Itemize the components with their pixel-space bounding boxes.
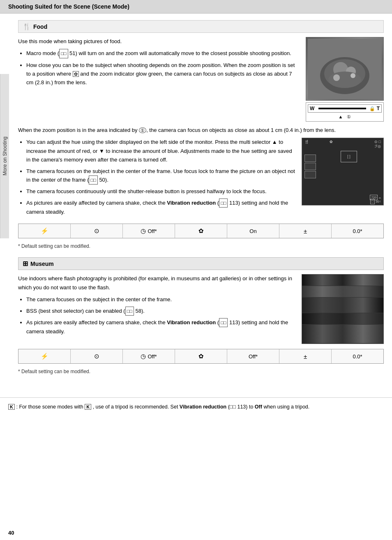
food-bullet-2: How close you can be to the subject when… (26, 61, 299, 87)
food-footnote: * Default setting can be modified. (18, 243, 384, 249)
zoom-bar-inner (318, 108, 366, 109)
camera-screen-food: 🍴 ✿ ⊙ □ ℱ◎ [ ] (302, 138, 384, 205)
food-exp-cell-icon: ± (279, 224, 332, 238)
bottom-note-vr-text: Vibration reduction (180, 404, 226, 410)
sidebar-label-text: More on Shooting (2, 137, 8, 176)
exp-icon: ± (304, 228, 307, 235)
zoom-lock-icon: 🔒 (369, 106, 375, 111)
macro-icon: ✿ (198, 227, 204, 235)
museum-text: Use indoors where flash photography is p… (18, 274, 295, 344)
food-flash-cell: ⚡ (18, 224, 71, 238)
cam-ui-left (304, 155, 316, 178)
timer-icon: ⊙ (94, 227, 99, 235)
food-title: Food (33, 23, 47, 30)
food-image-area: W 🔒 T ▲ ① (306, 37, 384, 122)
page-number: 40 (8, 530, 14, 536)
food-zoom-text: When the zoom position is in the area in… (18, 126, 384, 134)
museum-bar-3 (302, 298, 383, 313)
cam-focus-box: [ ] (341, 151, 357, 162)
museum-clock-icon: ◷ (141, 353, 146, 360)
bottom-note-text-1: : For those scene modes with (16, 404, 85, 410)
cam-icon-s: ℱ◎ (375, 144, 381, 148)
museum-macro-value: Off* (249, 353, 258, 360)
zoom-arrow-up: ▲ (339, 114, 343, 120)
food-photo (306, 37, 384, 101)
cam-ui-top: 🍴 ✿ ⊙ □ ℱ◎ (302, 138, 383, 149)
cam-m-label: ₘ (379, 196, 381, 199)
cam-icon-circle: ⊙ □ (374, 140, 381, 144)
zoom-bar: W 🔒 T (308, 104, 382, 113)
food-bullet-1: Macro mode (□□ 51) will turn on and the … (26, 49, 299, 58)
museum-bullet-2: BSS (best shot selector) can be enabled … (26, 307, 295, 316)
food-bullet-3: You can adjust the hue using the slider … (26, 138, 295, 164)
museum-bullet-list: The camera focuses on the subject in the… (26, 295, 295, 336)
food-bullet-list-2: You can adjust the hue using the slider … (26, 138, 295, 216)
food-text: Use this mode when taking pictures of fo… (18, 37, 299, 122)
bottom-note-icon-box: K (8, 404, 15, 410)
museum-bar-4 (302, 313, 383, 325)
bottom-note-off-text: Off (255, 404, 262, 410)
museum-title: Museum (30, 261, 54, 267)
ref-box-4: □□ (125, 307, 134, 316)
museum-macro-cell-icon: ✿ (175, 349, 227, 363)
museum-timer-cell-value: ◷ Off* (123, 349, 175, 363)
cam-shots-num: 30↑ (376, 200, 381, 203)
museum-timer-value: Off* (148, 353, 157, 360)
museum-settings-row: ⚡ ⊙ ◷ Off* ✿ Off* ± 0.0* (18, 349, 384, 364)
museum-flash-cell: ⚡ (18, 349, 71, 363)
food-section: 🍴 Food Use this mode when taking picture… (18, 20, 384, 249)
food-timer-value: Off* (148, 228, 157, 234)
museum-macro-cell-value: Off* (227, 349, 279, 363)
vibration-reduction-text-1: Vibration reduction (167, 200, 216, 206)
museum-timer-icon: ⊙ (94, 353, 99, 360)
museum-exp-icon: ± (304, 353, 307, 360)
museum-footnote: * Default setting can be modified. (18, 369, 384, 374)
cam-focus-brackets: [ ] (347, 155, 350, 159)
museum-bullet-3: As pictures are easily affected by camer… (26, 318, 295, 336)
food-bullet-6: As pictures are easily affected by camer… (26, 198, 295, 217)
food-bullet-5: The camera focuses continuously until th… (26, 187, 295, 196)
food-icon: 🍴 (23, 23, 31, 30)
museum-bar-2 (302, 286, 383, 298)
bottom-note: K : For those scene modes with K , use o… (0, 397, 392, 416)
cam-icon-food: 🍴 (304, 140, 309, 148)
zoom-t-label: T (377, 106, 380, 111)
food-timer-cell-icon: ⊙ (71, 224, 123, 238)
cam-left-box-1 (304, 155, 316, 162)
zoom-w-label: W (310, 106, 314, 111)
flower-icon: ✿ (73, 71, 79, 77)
museum-bar-5 (302, 325, 383, 344)
cam-left-box-2 (304, 163, 316, 170)
food-exp-cell-value: 0.0* (332, 224, 383, 238)
museum-intro: Use indoors where flash photography is p… (18, 274, 295, 292)
museum-icon: ⊞ (23, 260, 28, 268)
food-bottom-area: You can adjust the hue using the slider … (18, 138, 384, 219)
ref-box-5: □□ (219, 318, 228, 327)
museum-exp-cell-icon: ± (279, 349, 332, 363)
svg-point-7 (350, 73, 355, 78)
museum-bar-1 (302, 275, 383, 286)
ref-box-3: □□ (219, 198, 228, 208)
food-macro-cell-value: On (227, 224, 279, 238)
museum-exp-cell-value: 0.0* (332, 349, 383, 363)
food-svg (308, 39, 382, 99)
food-bullet-4: The camera focuses on the subject in the… (26, 167, 295, 185)
cam-icon-flower: ✿ (330, 140, 333, 148)
bottom-note-text-4: when using a tripod. (263, 404, 309, 410)
timer-clock-icon: ◷ (141, 227, 146, 235)
cam-shots-box: □ (370, 199, 375, 204)
svg-point-5 (328, 72, 361, 88)
cam-shots-label: □ 30↑ (370, 199, 381, 203)
bottom-note-k-icon: K (85, 404, 91, 410)
museum-timer-cell-icon: ⊙ (71, 349, 123, 363)
food-timer-cell-value: ◷ Off* (123, 224, 175, 238)
food-macro-cell-icon: ✿ (175, 224, 227, 238)
food-exp-value: 0.0* (353, 228, 362, 234)
bottom-note-text-3: (□□ 113) to (228, 404, 255, 410)
food-settings-row: ⚡ ⊙ ◷ Off* ✿ On ± 0.0* (18, 224, 384, 238)
food-macro-value: On (249, 228, 256, 234)
food-section-body: Use this mode when taking pictures of fo… (18, 37, 384, 122)
sidebar-label: More on Shooting (0, 74, 9, 238)
food-bullet-list: Macro mode (□□ 51) will turn on and the … (26, 49, 299, 87)
museum-flash-icon: ⚡ (41, 353, 48, 360)
